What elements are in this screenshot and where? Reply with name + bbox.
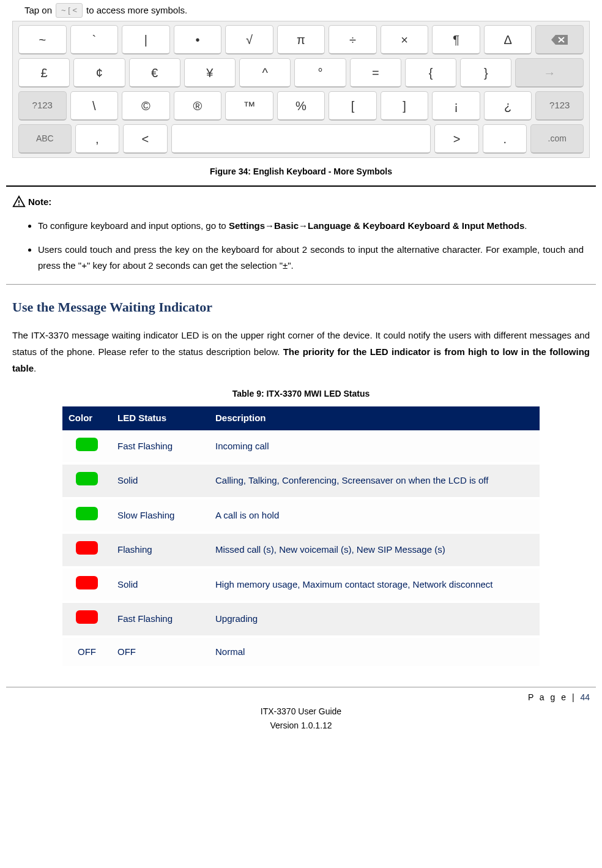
kb-key[interactable]: < <box>123 124 167 154</box>
kb-key[interactable]: π <box>277 25 325 54</box>
table-row: SolidCalling, Talking, Conferencing, Scr… <box>62 463 540 498</box>
svg-point-1 <box>18 204 20 206</box>
kb-key[interactable]: € <box>129 58 180 88</box>
table-row: FlashingMissed call (s), New voicemail (… <box>62 533 540 567</box>
kb-key[interactable]: , <box>75 124 119 154</box>
th-status: LED Status <box>111 406 209 430</box>
table-row: Fast FlashingIncoming call <box>62 430 540 464</box>
cell-status: Solid <box>111 463 209 498</box>
cell-color <box>62 463 111 498</box>
kb-key[interactable]: = <box>350 58 401 88</box>
kb-key[interactable]: × <box>381 25 429 54</box>
kb-key[interactable]: ^ <box>239 58 291 88</box>
kb-key[interactable]: ¥ <box>184 58 236 88</box>
kb-key[interactable]: £ <box>18 58 70 88</box>
symbol-key-preview: ~ [ < <box>56 3 83 18</box>
section-body: The ITX-3370 message waiting indicator L… <box>12 327 590 376</box>
green-swatch <box>76 438 98 451</box>
cell-status: Solid <box>111 567 209 602</box>
kb-key[interactable]: ` <box>70 25 119 54</box>
kb-key[interactable]: ¿ <box>484 91 532 121</box>
mode-key[interactable]: ?123 <box>535 91 584 121</box>
backspace-icon <box>551 34 569 46</box>
cell-status: Flashing <box>111 533 209 567</box>
red-swatch <box>76 576 98 589</box>
cell-color <box>62 498 111 533</box>
kb-key[interactable]: ¡ <box>432 91 480 121</box>
kb-key[interactable]: ¶ <box>432 25 480 54</box>
figure-caption: Figure 34: English Keyboard - More Symbo… <box>6 165 596 178</box>
kb-key[interactable]: { <box>405 58 456 88</box>
cell-status: OFF <box>111 637 209 668</box>
mwi-table: Color LED Status Description Fast Flashi… <box>62 406 540 668</box>
note-item-2: Users could touch and press the key on t… <box>38 242 584 273</box>
tap-instruction: Tap on ~ [ < to access more symbols. <box>24 3 596 18</box>
dotcom-key[interactable]: .com <box>530 124 584 154</box>
green-swatch <box>76 472 98 485</box>
note-item-1: To configure keyboard and input options,… <box>38 218 584 234</box>
kb-key[interactable]: ] <box>381 91 429 121</box>
page-number: P a g e | 44 <box>12 691 590 704</box>
cell-color <box>62 533 111 567</box>
tap-after: to access more symbols. <box>86 4 187 18</box>
kb-key[interactable]: | <box>122 25 170 54</box>
cell-desc: High memory usage, Maximum contact stora… <box>209 567 540 602</box>
space-key[interactable] <box>171 124 431 154</box>
page-footer: P a g e | 44 ITX-3370 User Guide Version… <box>6 687 596 732</box>
mode-key[interactable]: ?123 <box>18 91 67 121</box>
keyboard-figure: ~ ` | • √ π ÷ × ¶ Δ £ ¢ € ¥ ^ ° = { } → … <box>12 21 590 158</box>
kb-key[interactable]: . <box>483 124 527 154</box>
cell-color: OFF <box>62 637 111 668</box>
green-swatch <box>76 507 98 520</box>
red-swatch <box>76 541 98 555</box>
cell-desc: A call is on hold <box>209 498 540 533</box>
table-caption: Table 9: ITX-3370 MWI LED Status <box>6 387 596 400</box>
cell-desc: Missed call (s), New voicemail (s), New … <box>209 533 540 567</box>
kb-key[interactable]: % <box>277 91 325 121</box>
table-row: SolidHigh memory usage, Maximum contact … <box>62 567 540 602</box>
enter-key[interactable]: → <box>515 58 584 88</box>
cell-status: Slow Flashing <box>111 498 209 533</box>
cell-desc: Normal <box>209 637 540 668</box>
cell-desc: Calling, Talking, Conferencing, Screensa… <box>209 463 540 498</box>
note-header: Note: <box>12 195 596 209</box>
divider-thin <box>6 284 596 285</box>
cell-color <box>62 430 111 464</box>
footer-version: Version 1.0.1.12 <box>12 719 590 732</box>
warning-icon <box>12 195 26 209</box>
table-row: Slow FlashingA call is on hold <box>62 498 540 533</box>
divider <box>6 185 596 187</box>
kb-key[interactable]: > <box>434 124 478 154</box>
th-desc: Description <box>209 406 540 430</box>
table-row: Fast FlashingUpgrading <box>62 602 540 637</box>
note-label: Note: <box>28 195 51 209</box>
kb-key[interactable]: ¢ <box>73 58 125 88</box>
footer-title: ITX-3370 User Guide <box>12 705 590 718</box>
tap-before: Tap on <box>24 4 52 18</box>
section-heading: Use the Message Waiting Indicator <box>12 297 590 317</box>
th-color: Color <box>62 406 111 430</box>
kb-key[interactable]: ÷ <box>329 25 377 54</box>
cell-desc: Incoming call <box>209 430 540 464</box>
kb-key[interactable]: ~ <box>18 25 67 54</box>
red-swatch <box>76 610 98 624</box>
cell-status: Fast Flashing <box>111 430 209 464</box>
cell-status: Fast Flashing <box>111 602 209 637</box>
kb-key[interactable]: Δ <box>484 25 532 54</box>
cell-color <box>62 567 111 602</box>
kb-key[interactable]: \ <box>70 91 119 121</box>
notes-list: To configure keyboard and input options,… <box>24 218 584 274</box>
kb-key[interactable]: } <box>460 58 511 88</box>
table-row: OFFOFFNormal <box>62 637 540 668</box>
cell-desc: Upgrading <box>209 602 540 637</box>
kb-key[interactable]: © <box>122 91 170 121</box>
kb-key[interactable]: ° <box>294 58 346 88</box>
kb-key[interactable]: [ <box>329 91 377 121</box>
kb-key[interactable]: ™ <box>225 91 273 121</box>
kb-key[interactable]: √ <box>225 25 273 54</box>
cell-color <box>62 602 111 637</box>
kb-key[interactable]: • <box>174 25 222 54</box>
kb-key[interactable]: ® <box>174 91 222 121</box>
abc-key[interactable]: ABC <box>18 124 72 154</box>
backspace-key[interactable] <box>535 25 584 54</box>
